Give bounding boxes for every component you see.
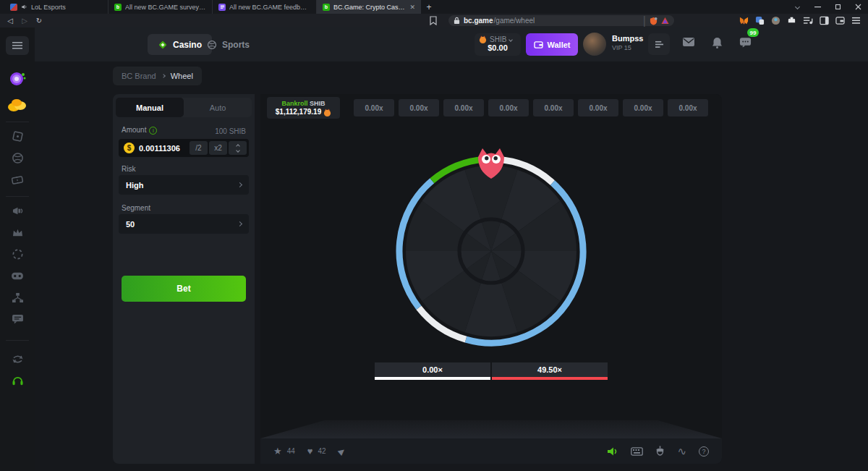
avatar-ext-icon[interactable] (771, 16, 780, 25)
history-multiplier-button[interactable]: 0.00x (488, 99, 529, 116)
sidebar-item-support[interactable] (3, 370, 32, 391)
tab-lol-esports[interactable]: LoL Esports (4, 0, 109, 14)
history-multiplier-button[interactable]: 0.00x (533, 99, 574, 116)
half-bet-button[interactable]: /2 (190, 141, 208, 155)
tab-bcgame-active[interactable]: b BC.Game: Crypto Casino Games & ✕ (317, 0, 421, 14)
wallet-button[interactable]: Wallet (526, 33, 578, 56)
bcgame-favicon-icon: b (323, 4, 330, 11)
sidebar-item-lottery-tickets[interactable] (3, 169, 32, 190)
dice-icon (12, 130, 24, 143)
bcgame-site: Casino Sports SHIB $0.00 Wallet Bumps (0, 27, 868, 471)
sidebar-item-swap[interactable] (3, 348, 32, 370)
side-panel-icon[interactable] (820, 16, 829, 25)
history-multiplier-button[interactable]: 0.00x (668, 99, 708, 116)
metamask-icon[interactable] (739, 16, 749, 25)
sports-ball-icon (207, 40, 217, 50)
reload-button[interactable]: ↻ (32, 17, 46, 25)
amount-in-currency: 100 SHIB (215, 127, 246, 135)
username: Bumpss (612, 34, 643, 43)
forward-button[interactable]: ▷ (17, 17, 32, 25)
tab-title: BC.Game: Crypto Casino Games & (333, 4, 406, 11)
risk-value: High (126, 181, 143, 190)
url-path: /game/wheel (494, 17, 535, 25)
warning-triangle-icon[interactable] (661, 17, 669, 25)
breadcrumb-parent-link[interactable]: BC Brand (122, 72, 156, 80)
bet-panel: Manual Auto Amounti 100 SHIB $ 0.0011130… (113, 94, 255, 464)
tab-auto[interactable]: Auto (184, 98, 252, 117)
sidebar-item-affiliate[interactable] (3, 287, 32, 308)
hotkeys-keyboard-icon[interactable] (631, 447, 643, 456)
sidebar-item-forum[interactable] (3, 308, 32, 330)
sports-label: Sports (222, 40, 250, 50)
browser-menu-chevron-icon[interactable] (787, 0, 807, 14)
share-icon[interactable]: ▶ (336, 446, 346, 457)
history-multiplier-button[interactable]: 0.00x (354, 99, 394, 116)
close-window-button[interactable] (848, 0, 868, 14)
sidebar-item-bonus[interactable] (3, 243, 32, 265)
segment-label: Segment (122, 204, 150, 212)
amount-input[interactable]: $ 0.00111306 /2 x2 (119, 139, 249, 157)
sidebar-divider (6, 340, 29, 341)
history-multiplier-button[interactable]: 0.00x (443, 99, 484, 116)
minimize-button[interactable] (807, 0, 827, 14)
hamburger-icon (12, 42, 22, 49)
favorite-star-icon[interactable]: ★ (273, 446, 282, 457)
sidebar-toggle-button[interactable] (6, 36, 29, 55)
sidebar-item-games[interactable] (3, 265, 32, 287)
like-heart-icon[interactable]: ♥ (307, 446, 313, 457)
sidebar-divider (6, 122, 29, 122)
tab-bcgame-survey[interactable]: b All new BC.GAME survey & feedback r (109, 0, 213, 14)
tab-bcgame-feedback[interactable]: All new BC.GAME feedback (213, 0, 317, 14)
browser-tab-bar: LoL Esports b All new BC.GAME survey & f… (0, 0, 868, 14)
history-multiplier-button[interactable]: 0.00x (578, 99, 618, 116)
segment-select[interactable]: 50 (119, 214, 249, 234)
sidebar-item-promotions[interactable] (3, 200, 32, 221)
inbox-icon[interactable] (682, 37, 695, 47)
browser-menu-icon[interactable] (851, 17, 861, 25)
notifications-bell-icon[interactable] (712, 37, 723, 48)
dashed-circle-icon (12, 248, 24, 260)
currency-selector[interactable]: SHIB $0.00 (475, 33, 521, 56)
amount-stepper[interactable] (229, 141, 247, 155)
site-header: Casino Sports SHIB $0.00 Wallet Bumps (35, 27, 868, 61)
adblock-shield-icon[interactable] (650, 17, 658, 25)
bookmark-icon[interactable] (429, 16, 438, 25)
history-multiplier-button[interactable]: 0.00x (623, 99, 663, 116)
bet-button[interactable]: Bet (122, 276, 246, 302)
gamepad-icon (11, 271, 24, 281)
vip-progress-button[interactable] (648, 33, 670, 55)
risk-select[interactable]: High (119, 175, 249, 195)
new-tab-button[interactable]: + (421, 0, 437, 14)
playlist-ext-icon[interactable] (803, 16, 813, 25)
sidebar-item-sports[interactable] (3, 147, 32, 169)
wallet-ext-icon[interactable] (835, 16, 845, 25)
game-footer: ★ 44 ♥ 42 ▶ ∿ ? (260, 438, 722, 464)
translate-ext-icon[interactable] (755, 16, 765, 25)
sidebar-item-vip[interactable] (3, 221, 32, 243)
url-domain: bc.game (464, 17, 493, 25)
sidebar-item-casino[interactable] (3, 125, 32, 147)
user-meta[interactable]: Bumpss VIP 15 (612, 34, 643, 51)
risk-label: Risk (122, 165, 135, 173)
double-bet-button[interactable]: x2 (209, 141, 227, 155)
user-avatar[interactable] (583, 33, 606, 56)
url-bar[interactable]: bc.game/game/wheel | (448, 15, 674, 26)
extensions-puzzle-icon[interactable] (787, 16, 796, 25)
live-stats-icon[interactable]: ∿ (677, 445, 686, 458)
sidebar-item-lottery[interactable] (3, 68, 32, 90)
chevron-down-icon (509, 38, 514, 42)
tab-manual[interactable]: Manual (116, 98, 184, 117)
bankroll-currency: SHIB (310, 100, 326, 107)
info-icon[interactable]: i (149, 127, 157, 135)
restore-button[interactable] (827, 0, 848, 14)
sound-on-icon[interactable] (607, 446, 618, 457)
history-multiplier-button[interactable]: 0.00x (399, 99, 439, 116)
help-icon[interactable]: ? (699, 446, 709, 457)
chat-icon[interactable] (739, 37, 752, 48)
seed-acorn-icon[interactable] (655, 446, 665, 457)
sidebar-item-rewards[interactable] (3, 94, 32, 116)
sports-nav-button[interactable]: Sports (200, 34, 257, 55)
tab-close-icon[interactable]: ✕ (409, 4, 415, 11)
wallet-label: Wallet (548, 41, 571, 49)
back-button[interactable]: ◁ (3, 17, 17, 25)
